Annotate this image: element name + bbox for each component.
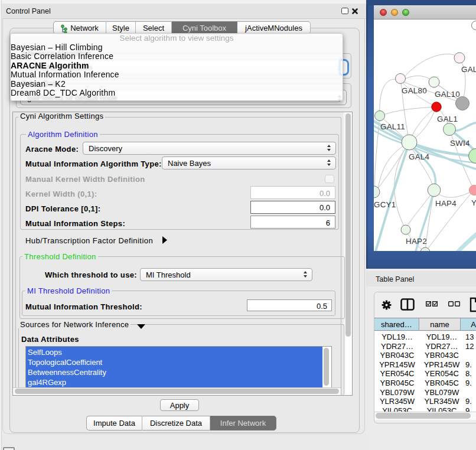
svg-text:HAP2: HAP2 [406,237,427,246]
svg-text:HAP4: HAP4 [435,199,457,208]
svg-text:GAL4: GAL4 [409,152,429,161]
svg-text:GAL1: GAL1 [437,115,458,123]
svg-text:SWI4: SWI4 [450,139,470,148]
svg-text:GCY1: GCY1 [374,200,396,209]
svg-text:GAL: GAL [461,65,476,74]
svg-text:GAL80: GAL80 [402,86,427,95]
svg-text:Y: Y [471,198,476,207]
svg-text:GAL10: GAL10 [435,90,460,99]
svg-text:GAL11: GAL11 [380,122,405,131]
